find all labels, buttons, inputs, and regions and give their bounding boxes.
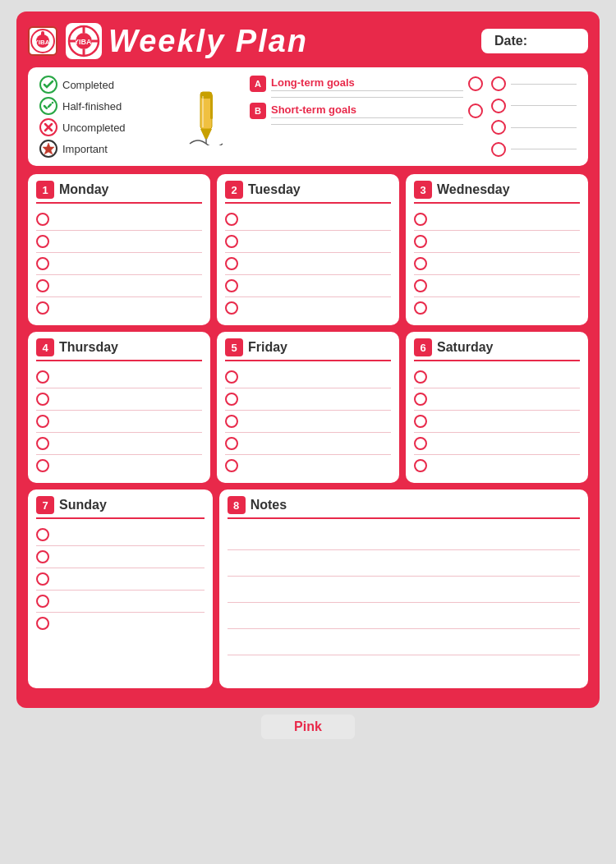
day-name-thursday: Thursday (59, 340, 118, 355)
item-circle[interactable] (414, 235, 427, 248)
right-line-1 (511, 84, 577, 85)
item-line (432, 264, 580, 264)
goal-row-b-line (250, 124, 483, 125)
item-circle[interactable] (414, 257, 427, 270)
item-circle[interactable] (225, 213, 238, 226)
item-line (54, 219, 202, 220)
right-circle-4[interactable] (491, 142, 506, 157)
right-circle-3[interactable] (491, 120, 506, 135)
item-circle[interactable] (36, 437, 49, 450)
item-circle[interactable] (36, 301, 49, 315)
item-circle[interactable] (36, 235, 49, 248)
day-header-monday: 1 Monday (36, 181, 202, 204)
day-number-tuesday: 2 (225, 181, 243, 199)
day-header-sunday: 7 Sunday (36, 496, 205, 519)
item-circle[interactable] (36, 459, 49, 472)
day-header-friday: 5 Friday (225, 338, 391, 361)
item-circle[interactable] (225, 301, 238, 315)
item-line (54, 399, 202, 400)
svg-rect-2 (41, 31, 44, 38)
item-circle[interactable] (36, 550, 49, 563)
pen-area (179, 76, 233, 158)
item-circle[interactable] (225, 459, 238, 472)
day-header-thursday: 4 Thursday (36, 338, 202, 361)
item-circle[interactable] (225, 393, 238, 406)
list-item (36, 568, 205, 591)
notes-lines (228, 524, 580, 682)
right-circle-1[interactable] (491, 76, 506, 91)
half-finished-icon (39, 97, 57, 115)
item-circle[interactable] (36, 393, 49, 406)
item-circle[interactable] (414, 437, 427, 450)
item-circle[interactable] (414, 415, 427, 428)
item-line (432, 466, 580, 466)
date-box[interactable]: Date: (481, 29, 588, 53)
item-line (432, 308, 580, 309)
item-line (54, 377, 202, 378)
item-line (54, 443, 202, 444)
legend-section: Completed Half-finished (28, 67, 588, 166)
day-items-friday (225, 366, 391, 476)
item-circle[interactable] (36, 213, 49, 226)
goal-row-b: B Short-term goals (250, 103, 483, 119)
day-card-thursday: 4 Thursday (28, 332, 210, 483)
day-name-tuesday: Tuesday (248, 182, 301, 197)
notes-line (228, 550, 580, 577)
day-items-wednesday (414, 209, 580, 319)
right-circle-2[interactable] (491, 99, 506, 113)
item-circle[interactable] (414, 370, 427, 384)
item-circle[interactable] (225, 415, 238, 428)
svg-text:YIBAI: YIBAI (74, 38, 94, 46)
list-item (225, 231, 391, 253)
goal-badge-a: A (250, 76, 266, 92)
day-number-thursday: 4 (36, 338, 54, 356)
item-circle[interactable] (225, 235, 238, 248)
item-circle[interactable] (36, 572, 49, 586)
item-circle[interactable] (36, 279, 49, 292)
list-item (414, 297, 580, 319)
item-circle[interactable] (414, 213, 427, 226)
list-item (36, 613, 205, 634)
item-circle[interactable] (36, 257, 49, 270)
list-item (36, 253, 202, 275)
notes-header: 8 Notes (228, 496, 580, 519)
day-card-friday: 5 Friday (217, 332, 399, 483)
item-circle[interactable] (414, 301, 427, 315)
day-header-tuesday: 2 Tuesday (225, 181, 391, 204)
item-circle[interactable] (414, 393, 427, 406)
item-circle[interactable] (225, 279, 238, 292)
legend-right (491, 76, 577, 158)
planner: YIBAI YIBAI Weekly Plan Date: (16, 11, 600, 708)
list-item (225, 388, 391, 411)
notes-line (228, 524, 580, 550)
list-item (36, 411, 202, 433)
item-circle[interactable] (225, 370, 238, 384)
item-line (54, 601, 205, 602)
item-circle[interactable] (36, 617, 49, 630)
item-circle[interactable] (36, 528, 49, 541)
item-circle[interactable] (225, 437, 238, 450)
goal-circle-b[interactable] (468, 103, 483, 118)
item-circle[interactable] (36, 595, 49, 608)
item-circle[interactable] (414, 459, 427, 472)
legend-completed: Completed (39, 76, 171, 94)
item-line (54, 286, 202, 287)
svg-marker-18 (43, 143, 54, 154)
goal-circle-a[interactable] (468, 76, 483, 91)
item-circle[interactable] (225, 257, 238, 270)
notes-line (228, 603, 580, 629)
item-circle[interactable] (414, 279, 427, 292)
goal-row-a-line (250, 97, 483, 98)
item-line (54, 535, 205, 535)
day-card-tuesday: 2 Tuesday (217, 174, 399, 325)
list-item (36, 433, 202, 455)
day-number-friday: 5 (225, 338, 243, 356)
list-item (414, 253, 580, 275)
item-circle[interactable] (36, 370, 49, 384)
day-items-saturday (414, 366, 580, 476)
legend-half: Half-finished (39, 97, 171, 115)
item-circle[interactable] (36, 415, 49, 428)
list-item (36, 524, 205, 546)
day-name-sunday: Sunday (59, 498, 107, 512)
page-wrapper: YIBAI YIBAI Weekly Plan Date: (0, 0, 616, 864)
